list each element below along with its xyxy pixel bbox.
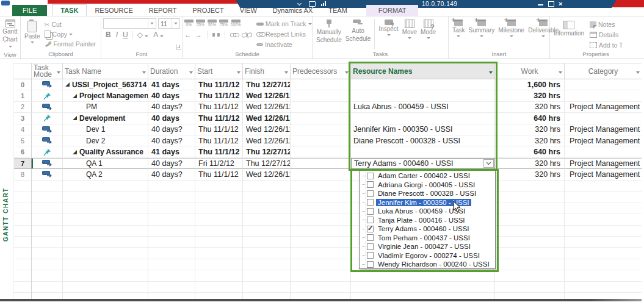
duration-cell[interactable]: 40 days? xyxy=(148,135,195,146)
add-to-timeline-button[interactable]: Add to T xyxy=(588,41,624,49)
predecessors-cell[interactable] xyxy=(291,124,351,135)
collapse-triangle-icon[interactable] xyxy=(73,116,77,120)
category-cell[interactable] xyxy=(565,146,642,157)
mark-on-track-button[interactable]: Mark on Track xyxy=(255,20,313,28)
predecessors-cell[interactable] xyxy=(291,79,351,90)
format-painter-button[interactable]: Format Painter xyxy=(43,40,97,48)
work-cell[interactable]: 320 hrs xyxy=(495,169,565,180)
task-mode-cell[interactable] xyxy=(32,102,63,113)
work-cell[interactable]: 320 hrs xyxy=(495,102,565,113)
finish-cell[interactable]: Thu 12/27/12 xyxy=(243,158,291,169)
font-size-combo[interactable]: 11 xyxy=(158,18,180,29)
start-cell[interactable]: Thu 11/1/12 xyxy=(195,79,243,90)
duration-cell[interactable]: 40 days? xyxy=(148,169,195,180)
row-number[interactable]: 7 xyxy=(14,158,32,169)
resource-option[interactable]: ✓ Terry Adams - 000460 - USSI xyxy=(360,224,495,234)
filter-arrow-icon[interactable] xyxy=(284,71,288,74)
start-cell[interactable]: Thu 11/1/12 xyxy=(195,90,243,101)
header-task-name[interactable]: Task Name xyxy=(63,63,148,79)
table-row[interactable]: 6 Quality Assurance 41 days Thu 11/1/12 … xyxy=(14,146,642,157)
font-name-combo[interactable] xyxy=(103,18,156,29)
outdent-task-button[interactable]: ← xyxy=(184,30,192,39)
row-number[interactable]: 1 xyxy=(14,90,32,101)
gantt-chart-view-button[interactable]: Gantt Chart xyxy=(1,18,19,51)
resource-option[interactable]: ✓ Vladimir Egorov - 000274 - USSI xyxy=(360,251,495,260)
paste-button[interactable]: Paste xyxy=(23,18,42,45)
row-number[interactable]: 0 xyxy=(14,79,32,90)
resource-option[interactable]: ✓ Jennifer Kim - 000350 - USSI xyxy=(360,198,495,207)
ribbon-tab[interactable]: PROJECT xyxy=(184,5,231,16)
row-number[interactable]: 3 xyxy=(14,113,32,124)
task-name-cell[interactable]: QA 1 xyxy=(63,158,148,169)
task-name-cell[interactable]: Quality Assurance xyxy=(63,146,148,157)
header-row-number[interactable] xyxy=(14,63,32,79)
category-cell[interactable] xyxy=(565,79,642,90)
task-mode-cell[interactable] xyxy=(32,79,63,90)
header-task-mode[interactable]: Task Mode xyxy=(32,63,63,79)
resource-dropdown-button[interactable] xyxy=(483,159,494,168)
filter-arrow-icon[interactable] xyxy=(489,71,493,74)
header-finish[interactable]: Finish xyxy=(243,63,291,79)
predecessors-cell[interactable] xyxy=(291,90,351,101)
task-mode-cell[interactable] xyxy=(32,135,63,146)
filter-arrow-icon[interactable] xyxy=(345,71,349,74)
bold-button[interactable]: B xyxy=(103,30,114,39)
resource-checkbox[interactable]: ✓ xyxy=(367,252,374,259)
resource-names-cell[interactable] xyxy=(351,146,495,157)
manually-schedule-button[interactable]: ManuallySchedule xyxy=(314,18,344,45)
task-mode-cell[interactable] xyxy=(32,124,63,135)
task-name-cell[interactable]: Project Management xyxy=(63,90,148,101)
row-number[interactable]: 5 xyxy=(14,135,32,146)
resource-names-cell[interactable]: Jennifer Kim - 000350 - USSI xyxy=(351,124,495,135)
work-cell[interactable]: 320 hrs xyxy=(495,124,565,135)
finish-cell[interactable]: Wed 12/26/12 xyxy=(243,102,291,113)
duration-cell[interactable]: 40 days xyxy=(148,113,195,124)
task-mode-cell[interactable] xyxy=(32,169,63,180)
move-button[interactable]: Move xyxy=(400,18,419,40)
inactivate-button[interactable]: Inactivate xyxy=(255,40,313,49)
filter-arrow-icon[interactable] xyxy=(57,71,60,74)
insert-item-button[interactable]: Task xyxy=(450,18,467,38)
work-cell[interactable]: 320 hrs xyxy=(495,158,565,169)
task-mode-cell[interactable] xyxy=(32,146,63,157)
resource-option[interactable]: ✓ Tanja Plate - 000416 - USSI xyxy=(360,216,495,225)
ribbon-tab[interactable]: TEAM xyxy=(320,5,355,16)
finish-cell[interactable]: Thu 12/27/12 xyxy=(243,79,291,90)
resource-checkbox[interactable]: ✓ xyxy=(367,243,374,250)
predecessors-cell[interactable] xyxy=(291,113,351,124)
filter-arrow-icon[interactable] xyxy=(636,71,640,74)
ribbon-tab[interactable]: TASK xyxy=(52,4,87,16)
link-tasks-icon[interactable] xyxy=(230,32,239,37)
filter-arrow-icon[interactable] xyxy=(559,71,562,74)
category-cell[interactable] xyxy=(565,113,642,124)
duration-cell[interactable]: 40 days? xyxy=(148,102,195,113)
percent-complete-button[interactable]: 25% xyxy=(196,20,205,27)
predecessors-cell[interactable] xyxy=(291,169,351,180)
percent-complete-button[interactable]: 75% xyxy=(219,20,228,27)
header-work[interactable]: Work xyxy=(495,63,565,79)
notes-button[interactable]: Notes xyxy=(588,20,624,29)
percent-complete-button[interactable]: 50% xyxy=(208,20,217,27)
resource-names-cell[interactable] xyxy=(351,79,495,90)
resource-checkbox[interactable]: ✓ xyxy=(367,217,374,223)
collapse-triangle-icon[interactable] xyxy=(73,150,77,154)
task-name-cell[interactable]: Development xyxy=(63,113,148,124)
resource-option[interactable]: ✓ Wendy Richardson - 000240 - USSI xyxy=(360,260,495,269)
header-predecessors[interactable]: Predecessors xyxy=(291,63,351,79)
table-row[interactable]: 2 PM 40 days? Thu 11/1/12 Wed 12/26/12 xyxy=(14,102,642,113)
predecessors-cell[interactable] xyxy=(291,146,351,157)
start-cell[interactable]: Thu 11/1/12 xyxy=(195,135,243,146)
work-cell[interactable]: 1,600 hrs xyxy=(495,79,565,90)
unlink-tasks-icon[interactable] xyxy=(242,32,250,37)
table-row[interactable]: 1 Project Management 40 days Thu 11/1/12… xyxy=(14,90,642,101)
resource-checkbox[interactable]: ✓ xyxy=(367,234,374,241)
details-button[interactable]: Details xyxy=(588,30,624,39)
ribbon-tab[interactable]: RESOURCE xyxy=(87,5,140,16)
finish-cell[interactable]: Wed 12/26/12 xyxy=(243,124,291,135)
category-cell[interactable]: Project Management xyxy=(565,135,642,146)
resource-option[interactable]: ✓ Tom Perham - 000437 - USSI xyxy=(360,234,495,243)
header-start[interactable]: Start xyxy=(195,63,243,79)
underline-button[interactable]: U xyxy=(120,30,131,39)
finish-cell[interactable]: Thu 12/27/12 xyxy=(243,146,291,157)
table-row[interactable]: 5 Dev 2 40 days? Thu 11/1/12 Wed 12/26/1… xyxy=(14,135,642,146)
